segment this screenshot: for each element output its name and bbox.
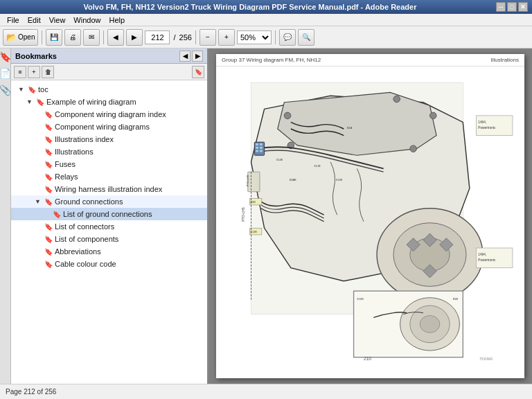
save-button[interactable]: 💾 [46, 29, 62, 46]
tree-item-toc[interactable]: ▼ 🔖 toc [11, 83, 207, 96]
tree-label-illus-index: Illustrations index [55, 135, 114, 143]
svg-rect-11 [256, 143, 258, 145]
panel-collapse-button[interactable]: ◀ [179, 51, 190, 62]
print-button[interactable]: 🖨 [64, 29, 81, 46]
bookmark-tab-icon[interactable]: 🔖 [0, 51, 11, 62]
pdf-content: B2B E12B PTO-LHS 1494, Powertronic 1494, [216, 66, 524, 370]
tree-item-relays[interactable]: ▷ 🔖 Relays [11, 170, 207, 183]
next-page-button[interactable]: ▶ [126, 29, 143, 46]
bookmarks-panel: Bookmarks ◀ ▶ ≡ + 🗑 🔖 ▼ 🔖 toc ▼ [11, 48, 209, 384]
pages-tab-icon[interactable]: 📄 [0, 68, 11, 79]
prev-page-button[interactable]: ◀ [107, 29, 124, 46]
tree-item-illustrations[interactable]: ▷ 🔖 Illustrations [11, 145, 207, 158]
page-number-input[interactable] [145, 30, 170, 44]
panel-delete-button[interactable]: 🗑 [42, 66, 54, 78]
svg-text:X12B: X12B [276, 159, 283, 161]
tree-label-list-components: List of components [55, 235, 118, 243]
tree-item-example[interactable]: ▼ 🔖 Example of wiring diagram [11, 96, 207, 108]
toolbar: 📂 Open 💾 🖨 ✉ ◀ ▶ / 256 − + 50% 75% 100% … [0, 26, 532, 48]
svg-text:1494,: 1494, [478, 121, 486, 124]
bookmark-icon: 🔖 [28, 86, 36, 94]
tree-item-list-connectors[interactable]: ▷ 🔖 List of connectors [11, 220, 207, 233]
expand-ground-icon: ▼ [35, 198, 43, 205]
svg-rect-15 [260, 147, 263, 149]
total-pages: 256 [179, 33, 192, 42]
svg-point-2 [284, 112, 291, 119]
panel-new-button[interactable]: + [28, 66, 40, 78]
tree-item-list-components[interactable]: ▷ 🔖 List of components [11, 233, 207, 245]
bookmark-icon-13: 🔖 [44, 236, 53, 243]
svg-text:T81NMG: T81NMG [479, 357, 493, 361]
pdf-header: Group 37 Wiring diagram FM, FH, NH12 Ill… [216, 54, 524, 66]
bookmark-icon-7: 🔖 [44, 161, 53, 168]
status-bar: Page 212 of 256 [0, 384, 532, 399]
tree-label-example: Example of wiring diagram [46, 98, 136, 106]
panel-title: Bookmarks [15, 52, 57, 60]
bookmark-icon-12: 🔖 [44, 223, 53, 231]
tree-item-comp-index[interactable]: ▷ 🔖 Component wiring diagram index [11, 108, 207, 121]
leaf-spacer-1: ▷ [35, 111, 43, 118]
tree-label-wiring-harness: Wiring harness illustration index [55, 185, 162, 193]
search-button[interactable]: 🔍 [298, 29, 314, 46]
main-area: 🔖 📄 📎 Bookmarks ◀ ▶ ≡ + 🗑 🔖 ▼ 🔖 [0, 48, 532, 384]
tree-item-list-ground[interactable]: ▷ 🔖 List of ground connections [11, 208, 207, 220]
bookmark-icon-5: 🔖 [44, 136, 53, 143]
menu-help[interactable]: Help [105, 15, 129, 25]
bookmark-icon-6: 🔖 [44, 148, 53, 156]
svg-text:PTO-LHS: PTO-LHS [242, 207, 245, 222]
tree-label-cable-colour: Cable colour code [55, 260, 116, 268]
tree-item-illus-index[interactable]: ▷ 🔖 Illustrations index [11, 133, 207, 145]
tree-item-fuses[interactable]: ▷ 🔖 Fuses [11, 158, 207, 170]
zoom-in-button[interactable]: + [218, 29, 235, 46]
bookmark-icon-10: 🔖 [44, 198, 53, 206]
bookmark-icon-2: 🔖 [36, 98, 44, 106]
bookmark-icon-8: 🔖 [44, 173, 53, 181]
menu-file[interactable]: File [3, 15, 24, 25]
close-button[interactable]: ✕ [518, 2, 528, 12]
tree-item-ground-connections[interactable]: ▼ 🔖 Ground connections [11, 195, 207, 208]
pdf-area[interactable]: Group 37 Wiring diagram FM, FH, NH12 Ill… [209, 48, 532, 384]
maximize-button[interactable]: □ [507, 2, 517, 12]
email-button[interactable]: ✉ [83, 29, 100, 46]
tree-label-relays: Relays [55, 172, 78, 181]
separator-2 [103, 30, 104, 44]
title-bar: Volvo FM, FH, NH12 Version2 Truck Wiring… [0, 0, 532, 14]
bookmark-icon-15: 🔖 [44, 260, 53, 268]
tree-item-comp-diagrams[interactable]: ▷ 🔖 Component wiring diagrams [11, 121, 207, 133]
svg-text:Powertronic: Powertronic [478, 126, 496, 130]
zoom-out-button[interactable]: − [200, 29, 216, 46]
panel-expand-button[interactable]: ▶ [192, 51, 203, 62]
open-button[interactable]: 📂 Open [3, 29, 38, 46]
tools-button[interactable]: 💬 [279, 29, 296, 46]
attach-tab-icon[interactable]: 📎 [0, 85, 11, 96]
tree-item-cable-colour[interactable]: ▷ 🔖 Cable colour code [11, 258, 207, 270]
svg-text:B2B: B2B [453, 298, 459, 301]
svg-point-4 [430, 112, 437, 119]
menu-view[interactable]: View [45, 15, 70, 25]
menu-window[interactable]: Window [69, 15, 105, 25]
panel-toolbar: ≡ + 🗑 🔖 [11, 64, 207, 80]
tree-label-comp-index: Component wiring diagram index [55, 110, 166, 118]
tree-label-ground-connections: Ground connections [55, 197, 123, 206]
separator-4 [275, 30, 276, 44]
leaf-spacer-12: ▷ [35, 260, 43, 267]
bookmark-icon-14: 🔖 [44, 248, 53, 256]
tree-item-wiring-harness[interactable]: ▷ 🔖 Wiring harness illustration index [11, 183, 207, 195]
panel-header: Bookmarks ◀ ▶ [11, 48, 207, 64]
minimize-button[interactable]: ─ [496, 2, 506, 12]
svg-rect-14 [260, 143, 263, 145]
panel-options-button[interactable]: ≡ [14, 66, 26, 78]
zoom-select[interactable]: 50% 75% 100% [237, 30, 272, 44]
pdf-header-left: Group 37 Wiring diagram FM, FH, NH12 [222, 57, 321, 63]
svg-text:B2A: B2A [347, 127, 353, 130]
leaf-spacer-7: ▷ [35, 186, 43, 193]
panel-extra-button[interactable]: 🔖 [192, 66, 204, 78]
svg-text:B2AB: B2AB [290, 179, 296, 181]
menu-edit[interactable]: Edit [24, 15, 45, 25]
tree-label-comp-diagrams: Component wiring diagrams [55, 123, 150, 131]
tree-item-abbreviations[interactable]: ▷ 🔖 Abbreviations [11, 245, 207, 258]
svg-rect-21 [248, 172, 260, 192]
svg-rect-13 [256, 150, 258, 152]
tree-label-illustrations: Illustrations [55, 148, 94, 156]
svg-text:PTO-LHS: PTO-LHS [247, 175, 249, 186]
